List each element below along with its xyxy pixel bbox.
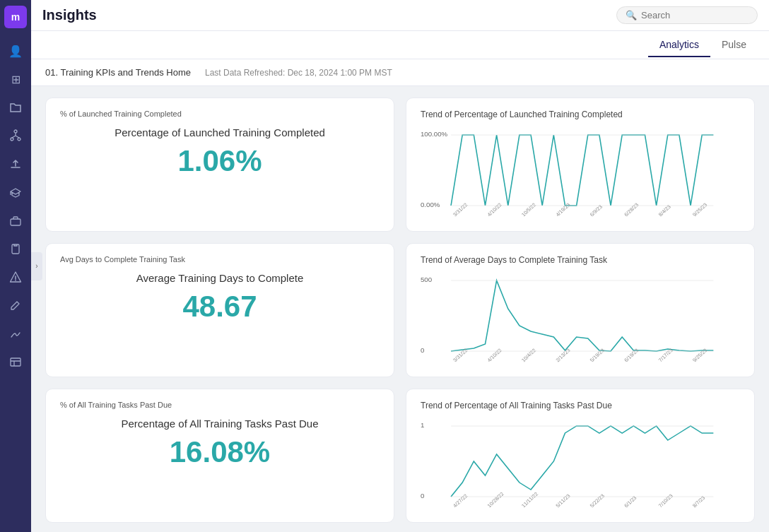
svg-text:4/10/22: 4/10/22 xyxy=(486,201,503,218)
tab-analytics[interactable]: Analytics xyxy=(648,33,710,57)
chart-card-1: Trend of Percentage of Launched Training… xyxy=(406,97,755,232)
search-box[interactable]: 🔍 xyxy=(616,6,758,24)
tab-pulse[interactable]: Pulse xyxy=(710,33,758,57)
svg-text:0: 0 xyxy=(421,492,424,500)
sidebar-item-folder[interactable] xyxy=(3,95,28,120)
dashboard: % of Launched Training Completed Percent… xyxy=(31,86,769,532)
topbar: Insights 🔍 xyxy=(31,0,769,31)
sidebar-item-grid[interactable]: ⊞ xyxy=(3,66,28,92)
kpi-value-1: 1.06% xyxy=(60,144,380,178)
sidebar-item-briefcase[interactable] xyxy=(3,208,28,233)
svg-point-0 xyxy=(14,130,17,133)
svg-text:4/27/22: 4/27/22 xyxy=(452,492,469,509)
chart-area-2: 500 0 3/31/22 4/10/22 10/4/22 2/13/23 5/… xyxy=(421,273,740,365)
chart-area-1: 100.00% 0.00% 3/31/22 4/10/22 10/5/22 4/… xyxy=(421,128,740,220)
svg-text:7/10/23: 7/10/23 xyxy=(657,492,674,509)
tabs-bar: Analytics Pulse xyxy=(31,31,769,59)
svg-text:4/19/23: 4/19/23 xyxy=(554,201,571,218)
main-content: Insights 🔍 Analytics Pulse 01. Training … xyxy=(31,0,769,532)
breadcrumb-refresh: Last Data Refreshed: Dec 18, 2024 1:00 P… xyxy=(205,68,392,78)
svg-text:10/5/22: 10/5/22 xyxy=(520,201,537,218)
svg-rect-3 xyxy=(11,219,20,225)
app-logo[interactable]: m xyxy=(4,6,27,28)
svg-text:100.00%: 100.00% xyxy=(421,131,447,138)
svg-text:3/31/22: 3/31/22 xyxy=(452,201,469,218)
svg-text:0.00%: 0.00% xyxy=(421,201,440,208)
chart-title-2: Trend of Average Days to Complete Traini… xyxy=(421,255,740,265)
chart-title-3: Trend of Percentage of All Training Task… xyxy=(421,401,740,410)
svg-text:5/19/23: 5/19/23 xyxy=(589,347,606,363)
sidebar-item-alert[interactable] xyxy=(3,264,28,290)
svg-text:11/11/22: 11/11/22 xyxy=(520,491,539,509)
svg-text:10/28/22: 10/28/22 xyxy=(486,491,505,509)
kpi-card-launched-completed: % of Launched Training Completed Percent… xyxy=(45,97,394,232)
svg-text:6/19/23: 6/19/23 xyxy=(623,347,640,363)
kpi-value-2: 48.67 xyxy=(60,290,380,324)
svg-point-1 xyxy=(11,138,13,141)
svg-text:5/11/23: 5/11/23 xyxy=(554,492,571,509)
svg-text:6/28/23: 6/28/23 xyxy=(623,201,640,218)
kpi-label-3: % of All Training Tasks Past Due xyxy=(60,401,380,409)
svg-text:4/10/22: 4/10/22 xyxy=(486,347,503,363)
kpi-main-label-3: Percentage of All Training Tasks Past Du… xyxy=(60,418,380,430)
kpi-row-2: Avg Days to Complete Training Task Avera… xyxy=(45,243,755,377)
svg-text:5/22/23: 5/22/23 xyxy=(589,492,606,509)
kpi-label-2: Avg Days to Complete Training Task xyxy=(60,255,380,264)
sidebar-item-signature[interactable] xyxy=(3,321,28,346)
sidebar-item-clipboard[interactable] xyxy=(3,236,28,261)
search-icon: 🔍 xyxy=(626,10,637,20)
svg-text:2/13/23: 2/13/23 xyxy=(554,347,571,363)
svg-point-2 xyxy=(18,138,20,141)
svg-text:500: 500 xyxy=(421,276,432,283)
app-title: Insights xyxy=(42,7,616,23)
kpi-value-3: 16.08% xyxy=(60,435,380,469)
collapse-handle[interactable]: › xyxy=(31,252,42,280)
kpi-row-3: % of All Training Tasks Past Due Percent… xyxy=(45,389,755,523)
kpi-label-1: % of Launched Training Completed xyxy=(60,110,380,118)
chart-title-1: Trend of Percentage of Launched Training… xyxy=(421,110,740,119)
kpi-main-label-2: Average Training Days to Complete xyxy=(60,272,380,284)
svg-text:9/25/23: 9/25/23 xyxy=(691,201,708,218)
sidebar-item-graduation[interactable] xyxy=(3,179,28,205)
breadcrumb-title: 01. Training KPIs and Trends Home xyxy=(45,67,191,78)
svg-text:1: 1 xyxy=(421,422,424,429)
sidebar: m 👤 ⊞ xyxy=(0,0,31,532)
sidebar-item-hierarchy[interactable] xyxy=(3,123,28,148)
svg-rect-5 xyxy=(11,358,20,366)
sidebar-item-upload[interactable] xyxy=(3,151,28,177)
kpi-main-label-1: Percentage of Launched Training Complete… xyxy=(60,126,380,138)
sidebar-item-avatar[interactable]: 👤 xyxy=(3,38,28,64)
kpi-card-past-due: % of All Training Tasks Past Due Percent… xyxy=(45,389,394,523)
chart-area-3: 1 0 4/27/22 10/28/22 11/11/22 5/11/23 5/… xyxy=(421,419,740,511)
chart-card-2: Trend of Average Days to Complete Traini… xyxy=(406,243,755,377)
svg-text:10/4/22: 10/4/22 xyxy=(520,347,537,363)
kpi-row-1: % of Launched Training Completed Percent… xyxy=(45,97,755,232)
search-input[interactable] xyxy=(641,10,749,20)
svg-text:9/25/23: 9/25/23 xyxy=(691,347,708,363)
svg-text:0: 0 xyxy=(421,347,424,354)
sidebar-item-table[interactable] xyxy=(3,349,28,374)
kpi-card-avg-days: Avg Days to Complete Training Task Avera… xyxy=(45,243,394,377)
sidebar-item-edit[interactable] xyxy=(3,292,28,318)
chart-card-3: Trend of Percentage of All Training Task… xyxy=(406,389,755,523)
breadcrumb-bar: 01. Training KPIs and Trends Home Last D… xyxy=(31,59,769,86)
